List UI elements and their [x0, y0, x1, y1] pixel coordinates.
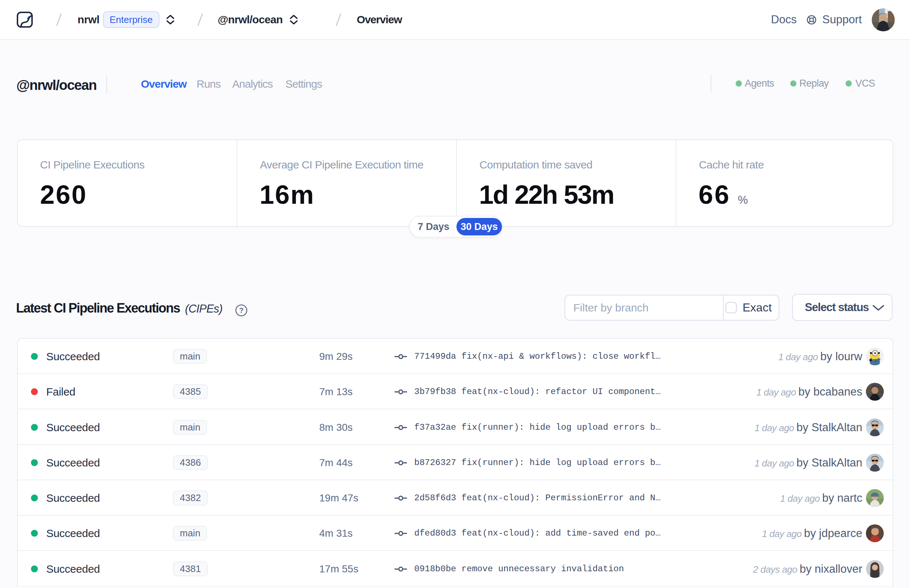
svg-text:?: ?: [239, 306, 244, 314]
